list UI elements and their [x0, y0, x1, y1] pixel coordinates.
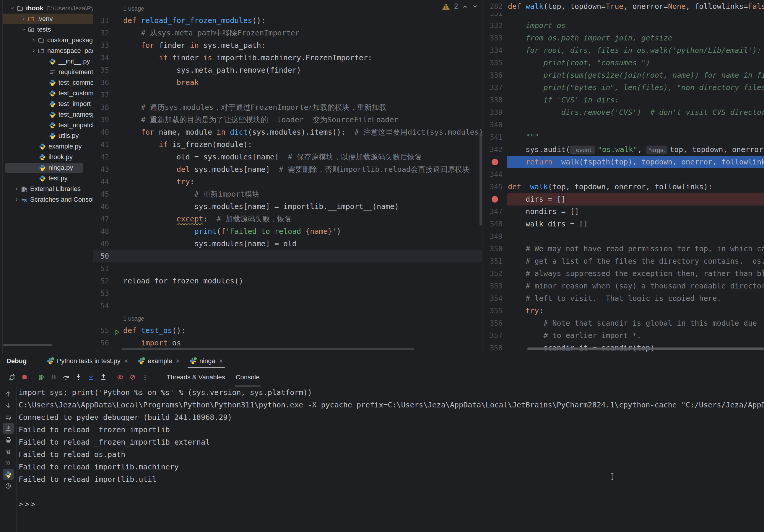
code-line-39[interactable]: 39 # 重新加载的目的是为了让这些模块的__loader__变为SourceF… [94, 114, 482, 126]
code-line-341[interactable]: 341 """ [482, 131, 764, 144]
tree-item-utils.py[interactable]: utils.py [3, 130, 93, 141]
trash-button[interactable] [3, 446, 14, 457]
code-line-34[interactable]: 34 if finder is importlib.machinery.Froz… [94, 52, 482, 64]
code-line-353[interactable]: 353 # minor reason when (say) a thousand… [482, 280, 764, 292]
scrollend-button[interactable] [3, 423, 14, 434]
code-line-38[interactable]: 38 # 遍历sys.modules，对于通过FrozenImporter加载的… [94, 101, 482, 114]
tree-item-test_unpatch_met[interactable]: test_unpatch_met [3, 120, 93, 130]
tree-item-test.py[interactable]: test.py [3, 173, 93, 184]
breakpoint-gutter[interactable] [482, 193, 507, 205]
debug-session-tab-ninga[interactable]: ninga× [185, 354, 228, 368]
commands-button[interactable] [3, 457, 14, 468]
code-line-50[interactable]: 50 [94, 250, 482, 262]
editor-os-py[interactable]: 331332 import os333 from os.path import … [482, 0, 764, 354]
step-over-button[interactable] [62, 373, 70, 381]
up-button[interactable] [3, 388, 14, 399]
code-line-342[interactable]: 342 sys.audit(_event:"os.walk", *args:to… [482, 144, 764, 156]
editor-vertical-scrollbar[interactable] [479, 133, 482, 225]
tree-item-custom_package_[interactable]: custom_package_ [3, 35, 93, 46]
code-line-56[interactable]: 56 import os [94, 337, 482, 349]
history-button[interactable] [3, 480, 14, 491]
tree-item-ninga.py[interactable]: ninga.py [3, 162, 93, 173]
python-console-button[interactable] [3, 469, 14, 480]
step-out-button[interactable] [99, 373, 107, 381]
softwrap-button[interactable] [3, 411, 14, 423]
code-line-340[interactable]: 340 [482, 119, 764, 131]
code-line-339[interactable]: 339 dirs.remove('CVS') # don't visit CVS… [482, 106, 764, 119]
code-line-354[interactable]: 354 # left to visit. That logic is copie… [482, 292, 764, 305]
pause-button[interactable] [50, 373, 58, 381]
tree-item-ihook.py[interactable]: ihook.py [3, 152, 93, 162]
code-line-345[interactable]: 345def _walk(top, topdown, onerror, foll… [482, 181, 764, 193]
close-icon[interactable]: × [124, 357, 128, 365]
mute-breakpoints-button[interactable] [129, 373, 136, 381]
code-line-53[interactable]: 53 [94, 287, 482, 300]
editor-ninga-py[interactable]: 1 usage31def reload_for_frozen_modules()… [93, 0, 482, 354]
code-line-37[interactable]: 37 [94, 89, 482, 101]
tree-item-tests[interactable]: tests [3, 24, 93, 35]
run-test-icon[interactable] [113, 327, 120, 334]
force-step-into-button[interactable] [87, 373, 95, 381]
usage-hint-row[interactable]: 1 usage [94, 2, 482, 15]
code-line-49[interactable]: 49 sys.modules[name] = old [94, 238, 482, 250]
code-line-337[interactable]: 337 print("bytes in", len(files), "non-d… [482, 81, 764, 94]
breakpoint-gutter[interactable] [482, 156, 507, 168]
view-breakpoints-button[interactable] [116, 373, 124, 381]
code-line-36[interactable]: 36 break [94, 76, 482, 89]
code-line-46[interactable]: 46 sys.modules[name] = importlib.__impor… [94, 200, 482, 213]
code-line-346[interactable]: dirs = [] [482, 193, 764, 205]
code-line-334[interactable]: 334 for root, dirs, files in os.walk('py… [482, 44, 764, 57]
tree-item-example.py[interactable]: example.py [3, 141, 93, 152]
code-line-355[interactable]: 355 try: [482, 305, 764, 317]
tree-item-namespace_packa[interactable]: namespace_packa [3, 46, 93, 56]
chevron-right-icon[interactable] [20, 16, 28, 22]
code-line-349[interactable]: 349 [482, 230, 764, 243]
breakpoint-icon[interactable] [491, 159, 498, 165]
stop-button[interactable] [21, 373, 28, 381]
code-line-47[interactable]: 47 except: # 加载源码失败，恢复 [94, 213, 482, 225]
chevron-right-icon[interactable] [30, 48, 38, 54]
tree-item-test_common.py[interactable]: test_common.py [3, 77, 93, 88]
code-line-32[interactable]: 32 # 从sys.meta_path中移除FrozenImporter [94, 27, 482, 39]
code-line-55[interactable]: 55def test_os(): [94, 325, 482, 337]
code-line-45[interactable]: 45 # 重新import模块 [94, 188, 482, 200]
tree-item-external-libraries[interactable]: External Libraries [3, 184, 93, 194]
debug-session-tab-python-tests-in-test-py[interactable]: Python tests in test.py× [42, 354, 133, 368]
close-icon[interactable]: × [176, 357, 180, 365]
code-line-51[interactable]: 51 [94, 262, 482, 275]
editor-horizontal-scrollbar[interactable] [122, 348, 414, 350]
view-tab-threads---variables[interactable]: Threads & Variables [161, 368, 231, 386]
code-line-40[interactable]: 40 for name, module in dict(sys.modules)… [94, 126, 482, 138]
down-button[interactable] [3, 400, 14, 411]
code-line-344[interactable]: 344 [482, 168, 764, 181]
chevron-down-icon[interactable] [9, 6, 16, 11]
tree-item-.venv[interactable]: .venv [3, 14, 93, 24]
code-line-350[interactable]: 350 # We may not have read permission fo… [482, 243, 764, 255]
code-line-343[interactable]: return _walk(fspath(top), topdown, onerr… [482, 156, 764, 168]
sticky-function-header[interactable]: 282def walk(top, topdown=True, onerror=N… [482, 0, 764, 13]
code-line-35[interactable]: 35 sys.meta_path.remove(finder) [94, 64, 482, 76]
printer-button[interactable] [3, 434, 14, 446]
code-line-356[interactable]: 356 # Note that scandir is global in thi… [482, 317, 764, 330]
inspections-widget[interactable]: 2 [442, 2, 478, 10]
code-line-52[interactable]: 52reload_for_frozen_modules() [94, 275, 482, 287]
chevron-right-icon[interactable] [13, 186, 20, 192]
project-horizontal-scrollbar[interactable] [3, 344, 52, 346]
console-prompt[interactable]: >>> [19, 498, 764, 510]
prev-warning-icon[interactable] [462, 4, 468, 9]
chevron-down-icon[interactable] [20, 27, 28, 32]
code-line-338[interactable]: 338 if 'CVS' in dirs: [482, 94, 764, 106]
code-line-43[interactable]: 43 del sys.modules[name] # 需要删除，否则import… [94, 163, 482, 176]
chevron-right-icon[interactable] [13, 197, 20, 202]
resume-button[interactable] [38, 373, 45, 381]
console-output[interactable]: import sys; print('Python %s on %s' % (s… [17, 386, 764, 532]
code-line-336[interactable]: 336 print(sum(getsize(join(root, name)) … [482, 69, 764, 81]
code-line-44[interactable]: 44 try: [94, 176, 482, 188]
more-button[interactable] [141, 373, 149, 381]
code-line-332[interactable]: 332 import os [482, 20, 764, 32]
code-line-48[interactable]: 48 print(f'Failed to reload {name}') [94, 225, 482, 238]
code-line-31[interactable]: 31def reload_for_frozen_modules(): [94, 15, 482, 27]
code-line-335[interactable]: 335 print(root, "consumes ") [482, 57, 764, 69]
rerun-button[interactable] [8, 373, 16, 381]
code-line-347[interactable]: 347 nondirs = [] [482, 205, 764, 218]
